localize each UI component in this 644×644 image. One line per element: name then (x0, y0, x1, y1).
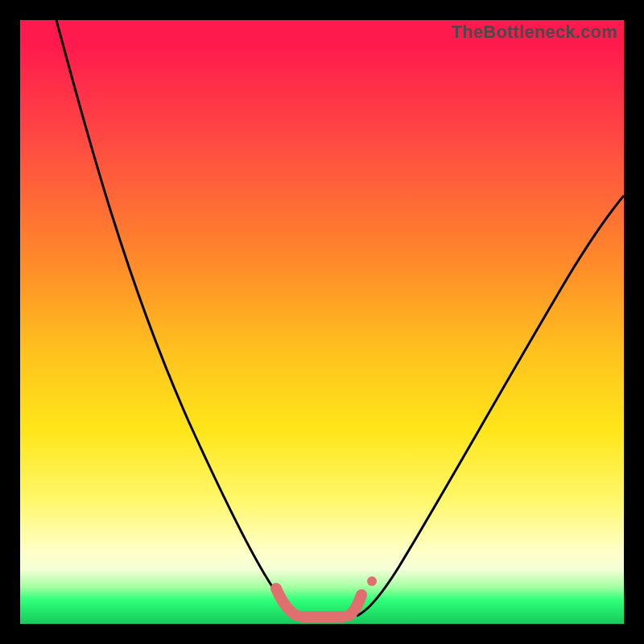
watermark-text: TheBottleneck.com (452, 22, 617, 43)
valley-marker (276, 576, 377, 617)
plot-area: TheBottleneck.com (20, 20, 624, 624)
curve-layer (20, 20, 624, 624)
right-curve (357, 196, 624, 616)
chart-frame: TheBottleneck.com (0, 0, 644, 644)
left-curve (56, 20, 303, 616)
svg-point-0 (367, 576, 377, 586)
